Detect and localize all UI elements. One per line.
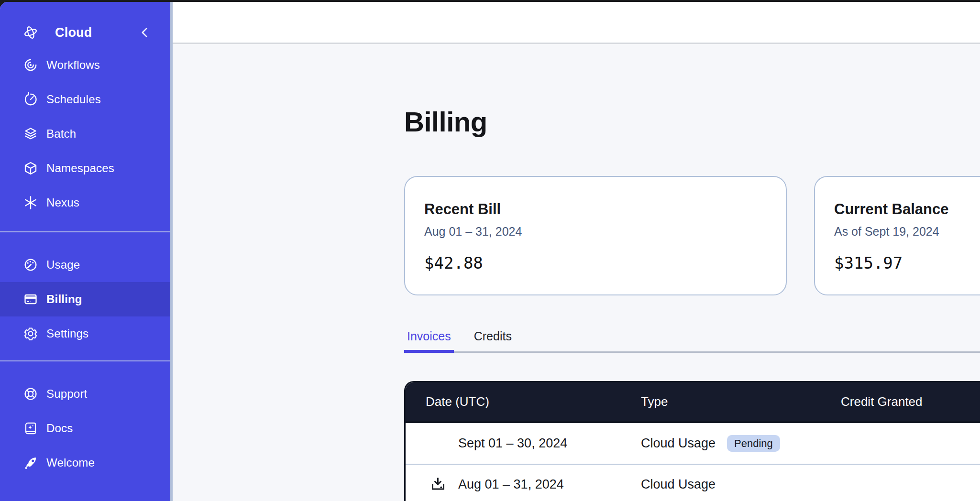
sidebar-item-support[interactable]: Support: [0, 377, 170, 411]
billing-tabs: Invoices Credits: [404, 328, 980, 353]
invoice-type-cell: Cloud Usage: [641, 477, 841, 492]
workflows-spiral-icon: [23, 57, 38, 73]
card-title: Current Balance: [834, 201, 980, 218]
sidebar-brand[interactable]: Cloud: [0, 17, 170, 48]
sidebar-item-label: Support: [46, 387, 87, 401]
sidebar-item-namespaces[interactable]: Namespaces: [0, 151, 170, 185]
main-area: Billing Recent Bill Aug 01 – 31, 2024 $4…: [173, 2, 980, 501]
lifebuoy-icon: [23, 386, 38, 402]
sidebar-item-schedules[interactable]: Schedules: [0, 82, 170, 117]
cube-icon: [23, 161, 38, 176]
sidebar-item-label: Welcome: [46, 456, 95, 469]
sidebar-item-nexus[interactable]: Nexus: [0, 185, 170, 220]
sidebar-item-batch[interactable]: Batch: [0, 117, 170, 151]
recent-bill-card: Recent Bill Aug 01 – 31, 2024 $42.88: [404, 176, 787, 295]
sidebar-item-label: Billing: [46, 293, 82, 306]
book-sparkle-icon: [23, 421, 38, 436]
summary-cards: Recent Bill Aug 01 – 31, 2024 $42.88 Cur…: [404, 176, 980, 295]
download-invoice-button[interactable]: [429, 476, 447, 493]
sidebar-item-label: Usage: [46, 258, 80, 272]
billing-page: Billing Recent Bill Aug 01 – 31, 2024 $4…: [173, 44, 980, 501]
sidebar-nav-account: Usage Billing: [0, 232, 170, 351]
sidebar-item-label: Batch: [46, 127, 76, 141]
brand-label: Cloud: [55, 25, 92, 40]
layers-icon: [23, 126, 38, 142]
sidebar-item-label: Schedules: [46, 93, 101, 106]
sidebar-item-workflows[interactable]: Workflows: [0, 48, 170, 82]
current-balance-card: Current Balance As of Sept 19, 2024 $315…: [814, 176, 980, 295]
sidebar-item-label: Settings: [46, 327, 88, 340]
tab-invoices[interactable]: Invoices: [404, 328, 454, 353]
sidebar-item-settings[interactable]: Settings: [0, 316, 170, 351]
clock-icon: [23, 92, 38, 107]
table-header-row: Date (UTC) Type Credit Granted: [406, 382, 980, 423]
sidebar-item-usage[interactable]: Usage: [0, 248, 170, 282]
invoice-date-label: Aug 01 – 31, 2024: [458, 477, 564, 491]
page-title: Billing: [404, 105, 980, 139]
topbar: [173, 2, 980, 44]
card-title: Recent Bill: [424, 201, 767, 218]
card-amount: $315.97: [834, 253, 980, 272]
credit-card-icon: [23, 292, 38, 307]
gear-icon: [23, 326, 38, 341]
card-amount: $42.88: [424, 253, 767, 272]
card-subtitle: Aug 01 – 31, 2024: [424, 224, 767, 239]
tab-credits[interactable]: Credits: [471, 328, 515, 353]
asterisk-icon: [23, 195, 38, 210]
table-row: Sept 01 – 30, 2024 Cloud Usage Pending: [406, 423, 980, 464]
invoice-date-cell: Aug 01 – 31, 2024: [406, 477, 641, 492]
invoice-type-label: Cloud Usage: [641, 436, 716, 451]
invoices-table: Date (UTC) Type Credit Granted Sept 01 –…: [404, 381, 980, 501]
sidebar-item-label: Namespaces: [46, 162, 114, 175]
gauge-icon: [23, 257, 38, 272]
invoice-type-label: Cloud Usage: [641, 477, 716, 492]
rocket-icon: [23, 455, 38, 470]
column-header-type: Type: [641, 394, 841, 409]
card-subtitle: As of Sept 19, 2024: [834, 224, 980, 239]
column-header-date: Date (UTC): [406, 394, 641, 409]
download-icon: [429, 476, 447, 493]
sidebar-item-docs[interactable]: Docs: [0, 411, 170, 446]
sidebar-item-label: Docs: [46, 422, 73, 435]
sidebar-nav-footer: Support Docs: [0, 361, 170, 480]
sidebar-item-welcome[interactable]: Welcome: [0, 446, 170, 480]
chevron-left-icon: [138, 25, 152, 40]
invoice-type-cell: Cloud Usage Pending: [641, 435, 841, 452]
column-header-credit-granted: Credit Granted: [841, 394, 980, 409]
status-badge: Pending: [727, 435, 780, 452]
app-window: Cloud Workflows: [0, 2, 980, 501]
table-row: Aug 01 – 31, 2024 Cloud Usage: [406, 464, 980, 501]
sidebar-item-label: Workflows: [46, 58, 100, 72]
temporal-logo-icon: [23, 25, 38, 40]
invoice-date-cell: Sept 01 – 30, 2024: [406, 436, 641, 451]
sidebar: Cloud Workflows: [0, 2, 173, 501]
sidebar-item-label: Nexus: [46, 196, 79, 209]
sidebar-collapse-button[interactable]: [138, 25, 152, 40]
sidebar-item-billing[interactable]: Billing: [0, 282, 170, 316]
sidebar-nav-primary: Workflows Schedules: [0, 48, 170, 220]
